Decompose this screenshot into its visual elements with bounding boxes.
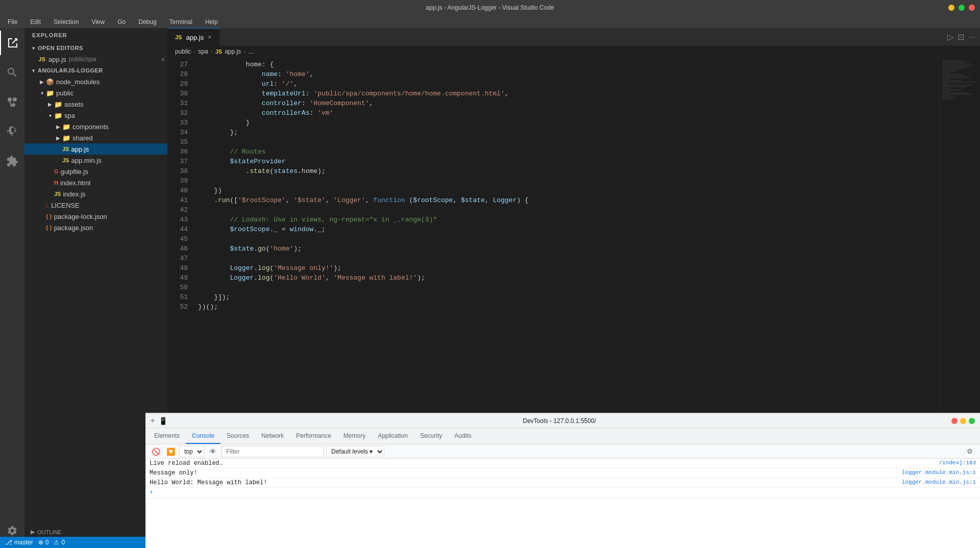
tree-gulpfile[interactable]: ▶ G gulpfile.js	[24, 166, 167, 177]
code-line-38: .state(states.home);	[193, 166, 939, 176]
tab-appjs[interactable]: JS app.js ×	[167, 28, 219, 46]
activity-extensions[interactable]	[0, 149, 24, 173]
tab-bar: JS app.js × ▷ ⊡ ···	[167, 28, 980, 46]
minimize-button[interactable]	[948, 5, 954, 11]
code-editor[interactable]: 2728293031 3233343536 3738394041 4243444…	[167, 57, 980, 446]
menu-selection[interactable]: Selection	[51, 17, 81, 27]
activity-explorer[interactable]	[0, 31, 24, 55]
devtools-titlebar: ⌖ 📱 DevTools - 127.0.0.1:5500/	[145, 414, 980, 428]
tree-packagejson[interactable]: ▶ { } package.json	[24, 222, 167, 233]
project-arrow: ▾	[30, 68, 38, 73]
tree-packagelock[interactable]: ▶ { } package-lock.json	[24, 211, 167, 222]
activity-search[interactable]	[0, 60, 24, 85]
devtools-device-icon[interactable]: 📱	[159, 417, 167, 425]
console-prompt-line[interactable]: ›	[145, 488, 980, 499]
menu-edit[interactable]: Edit	[28, 17, 43, 27]
split-editor-icon[interactable]: ⊡	[958, 32, 964, 42]
devtools-tab-sources[interactable]: Sources	[220, 428, 255, 444]
maximize-button[interactable]	[959, 5, 965, 11]
menu-file[interactable]: File	[5, 17, 20, 27]
devtools-levels-select[interactable]: Default levels ▾	[326, 446, 384, 457]
tree-components[interactable]: ▶ 📁 components	[24, 121, 167, 132]
activity-source-control[interactable]	[0, 90, 24, 114]
devtools-tab-elements[interactable]: Elements	[148, 428, 186, 444]
status-warnings[interactable]: ⚠ 0	[54, 539, 65, 546]
tree-assets[interactable]: ▶ 📁 assets	[24, 98, 167, 110]
code-line-45	[193, 234, 939, 244]
console-source-3[interactable]: logger.module.min.js:1	[902, 479, 976, 485]
warning-icon: ⚠	[54, 539, 59, 546]
components-icon: 📁	[62, 123, 70, 131]
open-editor-appjs[interactable]: JS app.js public/spa ×	[24, 54, 167, 65]
project-header[interactable]: ▾ ANGULARJS-LOGGER	[24, 65, 167, 76]
error-icon: ⊗	[38, 539, 43, 546]
devtools-context-select[interactable]: top	[179, 446, 204, 457]
components-label: components	[72, 123, 109, 131]
devtools-close[interactable]	[951, 418, 958, 424]
activity-debug[interactable]	[0, 119, 24, 144]
code-line-33: }	[193, 118, 939, 128]
packagejson-icon: { }	[46, 225, 52, 231]
tree-appminjs[interactable]: ▶ JS app.min.js	[24, 155, 167, 166]
console-line-3: Hello World: Message with label! logger.…	[145, 478, 980, 488]
license-label: LICENSE	[51, 202, 80, 209]
devtools-settings-icon[interactable]: ⚙	[964, 445, 976, 458]
menu-view[interactable]: View	[89, 17, 107, 27]
devtools-minimize[interactable]	[960, 418, 966, 424]
code-line-44: $rootScope._ = window._;	[193, 225, 939, 234]
tree-spa[interactable]: ▾ 📁 spa	[24, 110, 167, 121]
spa-icon: 📁	[54, 112, 62, 119]
shared-icon: 📁	[62, 134, 70, 142]
open-editors-header[interactable]: ▾ OPEN EDITORS	[24, 42, 167, 54]
breadcrumb-more[interactable]: ...	[248, 48, 253, 55]
devtools-tab-console[interactable]: Console	[186, 428, 220, 444]
close-button[interactable]	[969, 5, 975, 11]
menu-go[interactable]: Go	[115, 17, 128, 27]
spa-arrow: ▾	[46, 113, 54, 118]
devtools-tab-application[interactable]: Application	[372, 428, 414, 444]
devtools-tab-network[interactable]: Network	[255, 428, 290, 444]
tree-license[interactable]: ▶ L LICENSE	[24, 200, 167, 211]
public-label: public	[56, 89, 74, 97]
code-line-31: controller: 'HomeComponent',	[193, 98, 939, 108]
status-git-branch[interactable]: ⎇ master	[5, 539, 33, 546]
more-actions-icon[interactable]: ···	[968, 33, 975, 42]
status-bar-left: ⎇ master ⊗ 0 ⚠ 0	[5, 539, 65, 546]
tab-close-button[interactable]: ×	[208, 34, 211, 41]
devtools-filter-input[interactable]	[222, 446, 324, 457]
menu-terminal[interactable]: Terminal	[167, 17, 195, 27]
console-input-area[interactable]	[156, 489, 976, 497]
console-source-2[interactable]: logger.module.min.js:1	[902, 469, 976, 476]
status-errors[interactable]: ⊗ 0	[38, 539, 49, 546]
devtools-eye-icon[interactable]: 👁	[207, 445, 219, 458]
menu-debug[interactable]: Debug	[136, 17, 159, 27]
devtools-tab-memory[interactable]: Memory	[337, 428, 372, 444]
tree-node-modules[interactable]: ▶ 📦 node_modules	[24, 76, 167, 87]
tree-appjs[interactable]: ▶ JS app.js	[24, 143, 167, 155]
console-source-1[interactable]: /index]:183	[939, 460, 976, 466]
warning-count: 0	[61, 539, 65, 546]
tree-indexjs[interactable]: ▶ JS index.js	[24, 188, 167, 200]
code-line-28: name: 'home',	[193, 69, 939, 79]
breadcrumb-filename[interactable]: app.js	[225, 48, 241, 55]
devtools-tab-performance[interactable]: Performance	[290, 428, 337, 444]
devtools-filter-toggle[interactable]: 🔽	[164, 445, 177, 458]
tree-public[interactable]: ▾ 📁 public	[24, 87, 167, 98]
close-editor-icon[interactable]: ×	[161, 56, 165, 63]
open-editor-path: public/spa	[69, 56, 96, 63]
console-text-3: Hello World: Message with label!	[150, 479, 267, 486]
devtools-inspect-icon[interactable]: ⌖	[151, 416, 155, 425]
devtools-tab-audits[interactable]: Audits	[448, 428, 477, 444]
tree-shared[interactable]: ▶ 📁 shared	[24, 132, 167, 143]
devtools-maximize[interactable]	[969, 418, 975, 424]
devtools-tab-security[interactable]: Security	[414, 428, 448, 444]
run-icon[interactable]: ▷	[947, 32, 953, 42]
menu-help[interactable]: Help	[203, 17, 220, 27]
devtools-clear-button[interactable]: 🚫	[150, 445, 162, 458]
tree-indexhtml[interactable]: ▶ H index.html	[24, 177, 167, 188]
open-editor-name: app.js	[48, 56, 66, 63]
breadcrumb-spa[interactable]: spa	[198, 48, 208, 55]
devtools-titlebar-left: ⌖ 📱	[151, 416, 167, 425]
breadcrumb-sep2: ›	[211, 48, 213, 55]
breadcrumb-public[interactable]: public	[175, 48, 191, 55]
